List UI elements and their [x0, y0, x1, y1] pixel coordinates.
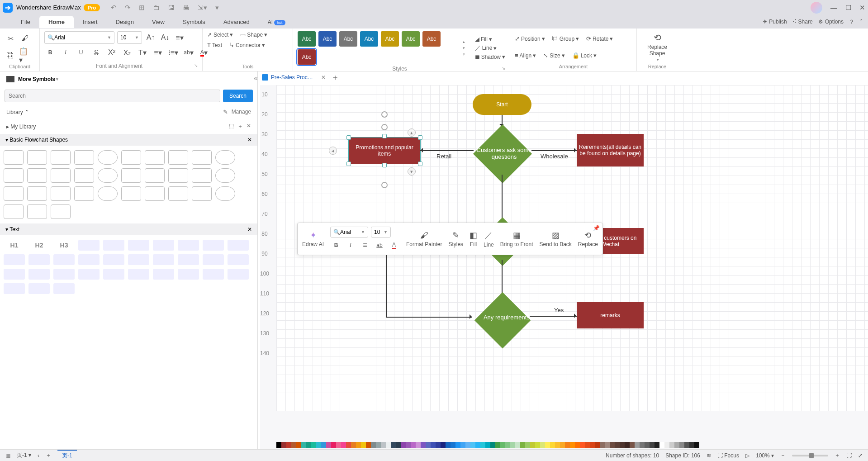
text-effects-icon[interactable]: T▾ — [137, 47, 148, 58]
text-stencil[interactable] — [153, 240, 174, 251]
options-button[interactable]: ⚙ Options — [818, 19, 844, 25]
size-menu[interactable]: ⤡ Size▾ — [543, 52, 564, 59]
palette-swatch[interactable] — [510, 442, 515, 448]
palette-swatch[interactable] — [460, 442, 465, 448]
shape-stencil[interactable] — [51, 186, 71, 201]
text-stencil[interactable] — [128, 254, 149, 265]
style-swatch[interactable]: Abc — [360, 31, 378, 47]
menu-insert[interactable]: Insert — [74, 16, 107, 28]
quick-add-left-icon[interactable]: ◂ — [329, 147, 337, 155]
share-button[interactable]: ⠪ Share — [792, 19, 813, 25]
palette-swatch[interactable] — [674, 442, 679, 448]
my-library-item[interactable]: ▸ My Library — [6, 124, 36, 130]
prev-page-icon[interactable]: ‹ — [38, 452, 39, 459]
section-close-icon[interactable]: ✕ — [247, 137, 252, 143]
layers-icon[interactable]: ≋ — [707, 452, 711, 459]
style-swatch[interactable]: Abc — [422, 31, 441, 47]
palette-swatch[interactable] — [684, 442, 689, 448]
shape-stencil[interactable] — [145, 150, 165, 165]
mini-styles[interactable]: ✎Styles — [448, 230, 463, 247]
text-stencil[interactable] — [103, 240, 124, 251]
open-icon[interactable]: 🗀 — [153, 4, 160, 12]
text-stencil[interactable] — [28, 283, 50, 294]
text-stencil[interactable] — [178, 254, 199, 265]
palette-swatch[interactable] — [341, 442, 346, 448]
text-stencil[interactable] — [203, 240, 224, 251]
palette-swatch[interactable] — [600, 442, 605, 448]
palette-swatch[interactable] — [669, 442, 674, 448]
connector[interactable] — [420, 150, 474, 151]
shape-stencil[interactable] — [192, 168, 212, 183]
bullets-icon[interactable]: ⁝≡▾ — [167, 47, 179, 58]
mini-replace[interactable]: ⟲Replace — [578, 230, 598, 247]
palette-swatch[interactable] — [500, 442, 505, 448]
palette-swatch[interactable] — [286, 442, 291, 448]
style-swatch[interactable]: Abc — [318, 31, 337, 47]
shape-stencil[interactable] — [74, 150, 94, 165]
style-swatch[interactable]: Abc — [381, 31, 399, 47]
section-text[interactable]: ▾ Text ✕ — [0, 223, 257, 235]
maximize-icon[interactable]: ☐ — [845, 4, 851, 12]
font-size-select[interactable]: 10▼ — [117, 31, 142, 44]
position-menu[interactable]: ⤢ Position▾ — [515, 35, 545, 42]
node-requirements[interactable]: Reirements(all details can be found on d… — [577, 134, 644, 166]
palette-swatch[interactable] — [381, 442, 386, 448]
replace-shape-button[interactable]: ⟲ Replace Shape ▾ — [645, 32, 670, 62]
palette-swatch[interactable] — [406, 442, 411, 448]
zoom-level[interactable]: 100% ▾ — [756, 452, 774, 459]
palette-swatch[interactable] — [580, 442, 585, 448]
shape-stencil[interactable] — [4, 168, 24, 183]
mini-line[interactable]: ／Line — [484, 230, 494, 248]
node-customers-question[interactable]: Customers ask some questions — [473, 124, 532, 183]
rotate-menu[interactable]: ⟳ Rotate▾ — [586, 35, 613, 42]
new-icon[interactable]: ⊞ — [139, 4, 145, 12]
shape-stencil[interactable] — [4, 150, 24, 165]
palette-swatch[interactable] — [585, 442, 590, 448]
palette-swatch[interactable] — [431, 442, 436, 448]
menu-design[interactable]: Design — [107, 16, 143, 28]
palette-swatch[interactable] — [689, 442, 694, 448]
italic-icon[interactable]: I — [60, 47, 71, 58]
palette-swatch[interactable] — [416, 442, 421, 448]
page-tab[interactable]: 页-1 — [57, 450, 77, 461]
palette-swatch[interactable] — [535, 442, 540, 448]
palette-swatch[interactable] — [495, 442, 500, 448]
text-stencil[interactable] — [128, 240, 149, 251]
text-stencil[interactable]: H2 — [28, 240, 50, 251]
cut-icon[interactable]: ✂ — [5, 33, 16, 44]
selection-handle[interactable] — [346, 135, 351, 140]
pages-icon[interactable]: ▥ — [5, 452, 10, 459]
more-symbols-header[interactable]: More Symbols▾ — [0, 71, 257, 87]
page-selector[interactable]: 页-1 ▾ — [17, 451, 31, 459]
add-tab-icon[interactable]: ＋ — [331, 72, 339, 83]
selection-handle[interactable] — [382, 163, 387, 167]
shape-stencil[interactable] — [4, 204, 24, 219]
export-icon[interactable]: ⇲▾ — [198, 4, 207, 12]
styles-dialog-icon[interactable]: ↘ — [502, 66, 505, 71]
styles-scroll-down-icon[interactable]: ▾ — [463, 46, 465, 50]
selection-handle[interactable] — [418, 135, 422, 140]
shape-stencil[interactable] — [168, 168, 188, 183]
shape-stencil[interactable] — [74, 186, 94, 201]
node-any-requirements[interactable]: Any requirements — [474, 292, 531, 348]
minimize-icon[interactable]: — — [830, 4, 837, 11]
pin-icon[interactable]: 📌 — [593, 225, 600, 231]
shape-stencil[interactable] — [51, 168, 71, 183]
zoom-slider[interactable] — [792, 455, 828, 456]
palette-swatch[interactable] — [346, 442, 351, 448]
shape-stencil[interactable] — [121, 150, 141, 165]
palette-swatch[interactable] — [480, 442, 485, 448]
palette-swatch[interactable] — [575, 442, 580, 448]
shape-stencil[interactable] — [27, 150, 47, 165]
palette-swatch[interactable] — [615, 442, 620, 448]
node-promotions[interactable]: Promotions and popular items — [349, 138, 420, 164]
palette-swatch[interactable] — [470, 442, 475, 448]
palette-swatch[interactable] — [485, 442, 490, 448]
palette-swatch[interactable] — [356, 442, 361, 448]
palette-swatch[interactable] — [465, 442, 470, 448]
user-avatar[interactable] — [811, 2, 822, 14]
mini-font-select[interactable]: 🔍 Arial▼ — [330, 227, 368, 238]
text-stencil[interactable] — [78, 240, 100, 251]
selection-handle[interactable] — [346, 162, 351, 166]
palette-swatch[interactable] — [311, 442, 316, 448]
